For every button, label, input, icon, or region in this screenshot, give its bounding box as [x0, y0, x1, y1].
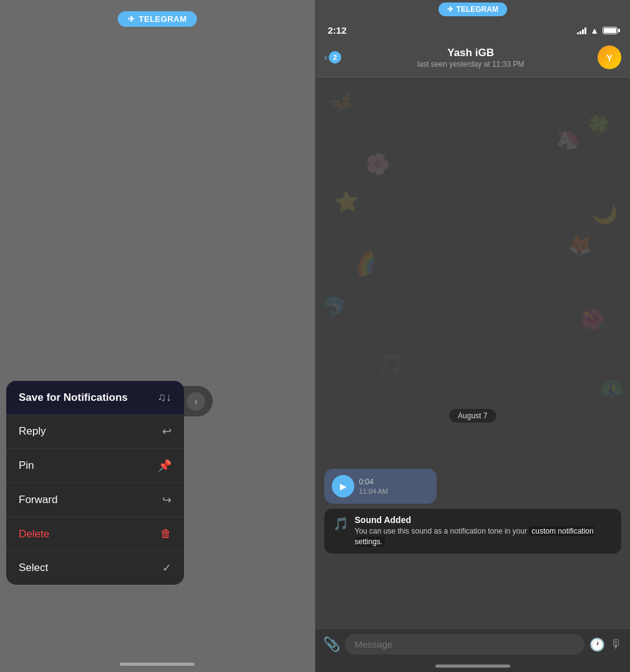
battery-fill — [604, 28, 616, 33]
clock-icon[interactable]: 🕐 — [589, 637, 605, 652]
right-panel: ✈ TELEGRAM 2:12 ▲ ‹ 2 Yash iGB last s — [316, 0, 631, 672]
pin-icon: 📌 — [158, 459, 172, 473]
telegram-icon-left: ✈ — [128, 14, 135, 24]
attach-button[interactable]: 📎 — [323, 636, 340, 653]
delete-icon: 🗑 — [160, 527, 172, 540]
telegram-badge-left: ✈ TELEGRAM — [118, 11, 196, 27]
status-icons: ▲ — [577, 26, 618, 36]
chat-voice-time: 11:04 AM — [359, 487, 388, 495]
back-chevron-icon: ‹ — [324, 51, 328, 64]
chat-header: ‹ 2 Yash iGB last seen yesterday at 11:3… — [316, 41, 631, 77]
home-indicator-right — [316, 660, 631, 672]
chat-voice-message: ▶ 0:04 11:04 AM — [324, 469, 437, 504]
telegram-icon-right: ✈ — [447, 5, 453, 14]
chat-status: last seen yesterday at 11:33 PM — [344, 60, 598, 69]
wifi-icon: ▲ — [590, 26, 599, 36]
telegram-label-left: TELEGRAM — [139, 14, 187, 24]
sound-added-notification: 🎵 Sound Added You can use this sound as … — [324, 509, 622, 554]
microphone-icon[interactable]: 🎙 — [610, 637, 623, 651]
status-time: 2:12 — [328, 25, 347, 36]
chat-play-button[interactable]: ▶ — [332, 475, 354, 497]
message-input[interactable] — [345, 634, 585, 655]
telegram-label-right: TELEGRAM — [457, 5, 498, 14]
chat-play-icon: ▶ — [340, 481, 347, 491]
sound-added-icon: 🎵 — [333, 516, 349, 531]
sound-added-text: Sound Added You can use this sound as a … — [355, 515, 613, 547]
header-center: Yash iGB last seen yesterday at 11:33 PM — [344, 47, 598, 69]
home-bar — [435, 665, 510, 668]
avatar[interactable]: Y — [598, 46, 621, 69]
select-button[interactable]: Select ✓ — [6, 551, 184, 585]
message-input-bar: 📎 🕐 🎙 — [316, 628, 631, 660]
forward-button[interactable]: Forward ↪ — [6, 483, 184, 517]
save-notifications-button[interactable]: Save for Notifications ♫↓ — [6, 381, 184, 415]
home-indicator-left — [120, 663, 195, 666]
delete-label: Delete — [19, 528, 49, 540]
save-notifications-icon: ♫↓ — [158, 391, 172, 404]
signal-bar-4 — [584, 27, 586, 34]
pin-button[interactable]: Pin 📌 — [6, 449, 184, 483]
date-badge: August 7 — [449, 409, 496, 423]
reply-button[interactable]: Reply ↩ — [6, 415, 184, 449]
chat-name: Yash iGB — [344, 47, 598, 59]
signal-bar-3 — [582, 29, 584, 34]
expand-emoji-button[interactable]: › — [187, 392, 205, 411]
chat-voice-info: 0:04 11:04 AM — [359, 478, 388, 495]
back-count-badge: 2 — [329, 51, 341, 64]
sound-added-title: Sound Added — [355, 515, 613, 525]
status-bar: 2:12 ▲ — [316, 16, 631, 41]
delete-button[interactable]: Delete 🗑 — [6, 517, 184, 551]
back-button[interactable]: ‹ 2 — [324, 51, 342, 64]
signal-bars — [577, 27, 586, 34]
reply-icon: ↩ — [162, 425, 172, 438]
forward-icon: ↪ — [162, 493, 172, 507]
context-menu: Save for Notifications ♫↓ Reply ↩ Pin 📌 … — [6, 381, 184, 585]
battery-icon — [603, 27, 618, 34]
sound-desc-text: You can use this sound as a notification… — [355, 527, 527, 535]
chat-body: 🦋 🍀 🌸 🦄 ⭐ 🌙 🌈 🦊 🐬 🌺 🎵 🦚 August 7 ▶ 0:04 … — [316, 77, 631, 628]
forward-label: Forward — [19, 494, 57, 506]
telegram-badge-right-container: ✈ TELEGRAM — [316, 0, 631, 16]
pin-label: Pin — [19, 459, 34, 472]
select-icon: ✓ — [162, 561, 172, 575]
reply-label: Reply — [19, 425, 46, 438]
select-label: Select — [19, 562, 48, 574]
sound-added-description: You can use this sound as a notification… — [355, 526, 613, 547]
save-notifications-label: Save for Notifications — [19, 391, 128, 404]
left-panel: ✈ TELEGRAM ❤️ 🤣 👏 👍 👎 🔥 🥰 › ▶ — [0, 0, 315, 672]
signal-bar-1 — [577, 32, 579, 34]
signal-bar-2 — [579, 31, 581, 34]
telegram-badge-right: ✈ TELEGRAM — [439, 2, 507, 16]
input-right-buttons: 🕐 🎙 — [589, 637, 623, 652]
chat-voice-duration: 0:04 — [359, 478, 388, 486]
